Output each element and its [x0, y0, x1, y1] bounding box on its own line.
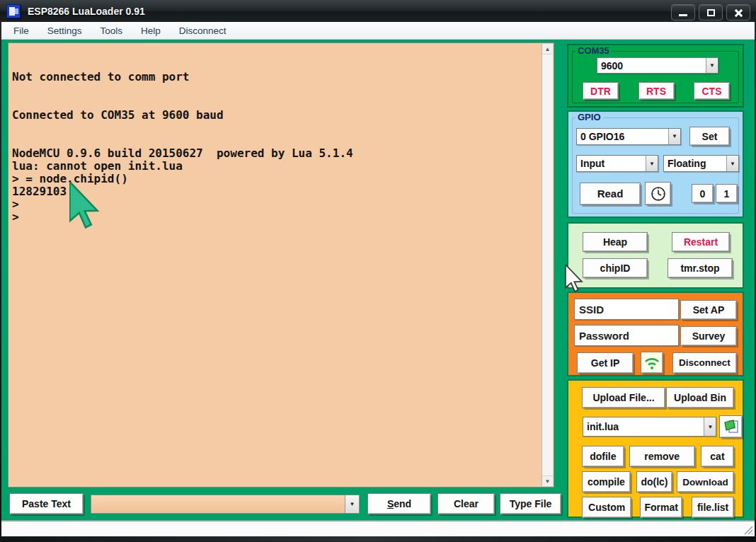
ssid-field[interactable] — [574, 299, 679, 320]
send-input[interactable] — [91, 495, 345, 513]
close-icon — [734, 8, 743, 17]
filename-value: init.lua — [583, 417, 704, 436]
gpio-pull-value: Floating — [664, 156, 726, 171]
heap-button[interactable]: Heap — [583, 232, 648, 252]
upload-bin-button[interactable]: Upload Bin — [666, 387, 734, 408]
chevron-down-icon[interactable]: ▼ — [668, 129, 680, 144]
dtr-button[interactable]: DTR — [583, 82, 619, 100]
gpio-low-button[interactable]: 0 — [692, 184, 714, 203]
view-file-button[interactable] — [719, 415, 743, 438]
remove-button[interactable]: remove — [629, 446, 695, 467]
terminal-text: Not connected to comm port Connected to … — [8, 44, 541, 486]
paste-text-button[interactable]: Paste Text — [9, 493, 84, 514]
terminal-scrollbar[interactable]: ▲ ▼ — [542, 44, 553, 486]
type-file-button[interactable]: Type File — [500, 493, 561, 514]
gpio-mode-value: Input — [577, 156, 646, 171]
wifi-section: Set AP Survey Get IP Disconnec — [567, 292, 744, 376]
chevron-down-icon[interactable]: ▼ — [345, 495, 359, 513]
maximize-button[interactable] — [699, 4, 723, 21]
wifi-icon — [643, 356, 660, 370]
content-area: Not connected to comm port Connected to … — [1, 40, 755, 520]
menu-bar: File Settings Tools Help Disconnect — [1, 22, 755, 40]
chevron-down-icon[interactable]: ▼ — [646, 156, 658, 171]
com-port-section: COM35 9600 ▼ DTR RTS CTS — [567, 44, 744, 108]
gpio-pin-select[interactable]: 0 GPIO16 ▼ — [576, 128, 681, 145]
send-bar: Paste Text ▼ Send Clear Type File — [1, 490, 755, 519]
gpio-section: GPIO 0 GPIO16 ▼ Set Input ▼ Floating — [567, 110, 744, 218]
terminal-output[interactable]: Not connected to comm port Connected to … — [8, 42, 554, 488]
chevron-down-icon[interactable]: ▼ — [726, 156, 738, 171]
menu-disconnect[interactable]: Disconnect — [179, 25, 227, 36]
minimize-icon — [679, 14, 687, 16]
minimize-button[interactable] — [671, 4, 695, 21]
status-bar — [1, 520, 755, 536]
node-commands-section: Heap Restart chipID tmr.stop — [567, 222, 744, 289]
mouse-cursor-green — [69, 182, 101, 230]
send-history-select[interactable]: ▼ — [91, 495, 360, 514]
cat-button[interactable]: cat — [701, 446, 734, 467]
mouse-cursor-white — [565, 265, 584, 293]
disconnect-button[interactable]: Disconnect — [672, 352, 737, 374]
desktop: ESP8266 LuaLoader 0.91 File Settings Too… — [0, 0, 756, 542]
gpio-read-button[interactable]: Read — [580, 183, 641, 205]
survey-button[interactable]: Survey — [680, 326, 737, 346]
baud-rate-select[interactable]: 9600 ▼ — [597, 57, 718, 74]
menu-file[interactable]: File — [13, 25, 29, 36]
gpio-mode-select[interactable]: Input ▼ — [576, 155, 658, 172]
window-title: ESP8266 LuaLoader 0.91 — [28, 6, 145, 17]
wifi-status-button[interactable] — [641, 352, 663, 374]
password-field[interactable] — [574, 325, 679, 346]
gpio-pin-value: 0 GPIO16 — [577, 129, 668, 144]
dofile-button[interactable]: dofile — [582, 446, 624, 467]
send-button[interactable]: Send — [367, 493, 431, 514]
close-button[interactable] — [726, 4, 750, 21]
menu-help[interactable]: Help — [141, 25, 161, 36]
menu-settings[interactable]: Settings — [47, 25, 82, 36]
clock-icon — [651, 186, 666, 202]
timer-button[interactable] — [645, 182, 671, 205]
upload-file-button[interactable]: Upload File... — [582, 387, 665, 408]
com-group-label: COM35 — [575, 45, 612, 56]
notebook-icon — [723, 418, 740, 435]
gpio-set-button[interactable]: Set — [689, 127, 730, 146]
tmr-stop-button[interactable]: tmr.stop — [668, 258, 733, 278]
restart-button[interactable]: Restart — [672, 232, 730, 252]
baud-rate-value: 9600 — [597, 58, 706, 73]
send-label: Send — [387, 498, 411, 509]
rts-button[interactable]: RTS — [638, 82, 675, 100]
gpio-group-label: GPIO — [575, 112, 603, 122]
chevron-down-icon[interactable]: ▼ — [706, 58, 718, 73]
set-ap-button[interactable]: Set AP — [680, 300, 737, 320]
resize-grip[interactable] — [742, 524, 753, 535]
get-ip-button[interactable]: Get IP — [577, 352, 634, 374]
gpio-high-button[interactable]: 1 — [716, 184, 738, 203]
app-icon — [6, 4, 21, 18]
title-bar[interactable]: ESP8266 LuaLoader 0.91 — [0, 0, 756, 22]
maximize-icon — [707, 9, 715, 16]
scroll-up-icon[interactable]: ▲ — [542, 44, 553, 54]
cts-button[interactable]: CTS — [694, 82, 730, 100]
menu-tools[interactable]: Tools — [101, 25, 123, 36]
filename-select[interactable]: init.lua ▼ — [583, 417, 716, 437]
clear-button[interactable]: Clear — [437, 493, 495, 514]
chevron-down-icon[interactable]: ▼ — [704, 417, 716, 436]
scroll-down-icon[interactable]: ▼ — [542, 475, 553, 486]
chipid-button[interactable]: chipID — [583, 258, 648, 278]
gpio-pull-select[interactable]: Floating ▼ — [663, 155, 739, 172]
app-window: ESP8266 LuaLoader 0.91 File Settings Too… — [0, 0, 756, 542]
